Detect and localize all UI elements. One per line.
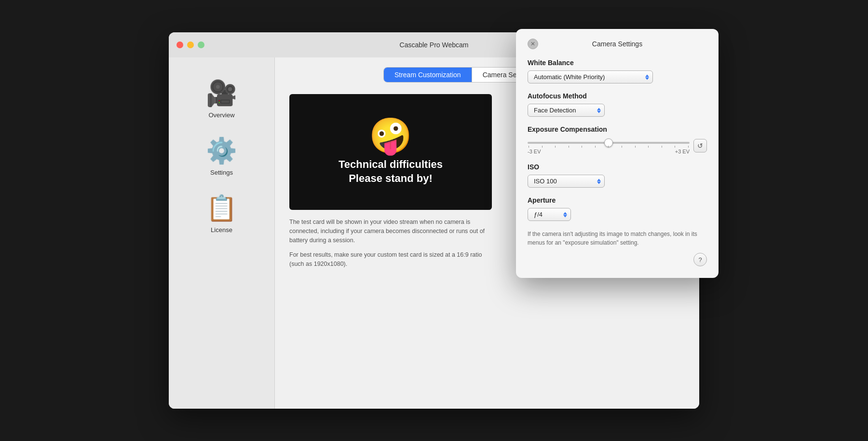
tick (595, 146, 596, 148)
white-balance-select[interactable]: Automatic (White Priority) Automatic Man… (528, 70, 653, 83)
footnote-text: If the camera isn't adjusting its image … (528, 230, 707, 247)
minimize-button[interactable] (187, 41, 194, 48)
sidebar-item-license-label: License (211, 226, 232, 234)
white-balance-wrapper: Automatic (White Priority) Automatic Man… (528, 70, 653, 83)
overview-icon: 🎥 (206, 78, 237, 109)
tick (622, 146, 622, 148)
close-button[interactable] (176, 41, 183, 48)
iso-label: ISO (528, 163, 707, 171)
panel-title: Camera Settings (592, 40, 642, 48)
preview-card: 🤪 Technical difficulties Please stand by… (289, 94, 492, 210)
tick (582, 146, 582, 148)
sidebar-item-overview[interactable]: 🎥 Overview (183, 72, 260, 124)
panel-close-button[interactable]: ✕ (528, 39, 538, 49)
exposure-labels: -3 EV +3 EV (528, 149, 690, 154)
settings-icon: ⚙️ (206, 135, 237, 166)
tick (542, 146, 542, 148)
aperture-section: Aperture ƒ/1.8 ƒ/2 ƒ/2.8 ƒ/4 ƒ/5.6 ƒ/8 ƒ… (528, 196, 707, 221)
tick (675, 146, 675, 148)
tick (688, 146, 689, 148)
white-balance-label: White Balance (528, 59, 707, 67)
iso-section: ISO ISO 100 ISO 200 ISO 400 ISO 800 ISO … (528, 163, 707, 188)
aperture-label: Aperture (528, 196, 707, 204)
tick (662, 146, 662, 148)
exposure-max-label: +3 EV (675, 149, 690, 154)
white-balance-section: White Balance Automatic (White Priority)… (528, 59, 707, 83)
window-controls (176, 41, 204, 48)
exposure-reset-button[interactable]: ↺ (693, 139, 707, 152)
sidebar-item-settings-label: Settings (210, 169, 233, 176)
panel-title-bar: ✕ Camera Settings (528, 39, 707, 49)
maximize-button[interactable] (198, 41, 204, 48)
exposure-min-label: -3 EV (528, 149, 541, 154)
tick (555, 146, 556, 148)
autofocus-select[interactable]: Face Detection Contrast Phase Detect Man… (528, 104, 605, 117)
sidebar-item-license[interactable]: 📋 License (183, 187, 260, 239)
autofocus-label: Autofocus Method (528, 92, 707, 100)
description-paragraph2: For best results, make sure your custom … (289, 250, 492, 269)
tick (608, 146, 609, 148)
tick (635, 146, 636, 148)
tick (529, 146, 529, 148)
license-icon: 📋 (206, 193, 237, 223)
preview-line1: Technical difficulties (339, 158, 443, 170)
autofocus-wrapper: Face Detection Contrast Phase Detect Man… (528, 104, 605, 117)
description-paragraph1: The test card will be shown in your vide… (289, 218, 492, 245)
help-button[interactable]: ? (693, 253, 707, 266)
sidebar-item-settings[interactable]: ⚙️ Settings (183, 129, 260, 182)
window-title: Cascable Pro Webcam (400, 41, 469, 49)
exposure-row: -3 EV +3 EV ↺ (528, 137, 707, 154)
aperture-select[interactable]: ƒ/1.8 ƒ/2 ƒ/2.8 ƒ/4 ƒ/5.6 ƒ/8 ƒ/11 ƒ/16 (528, 208, 571, 221)
exposure-slider[interactable] (528, 142, 690, 144)
camera-settings-panel: ✕ Camera Settings White Balance Automati… (516, 29, 719, 278)
tab-stream-customization[interactable]: Stream Customization (384, 68, 472, 82)
exposure-section: Exposure Compensation (528, 125, 707, 154)
tick (569, 146, 569, 148)
description-text: The test card will be shown in your vide… (289, 218, 492, 269)
autofocus-section: Autofocus Method Face Detection Contrast… (528, 92, 707, 117)
preview-text: Technical difficulties Please stand by! (339, 158, 443, 185)
aperture-wrapper: ƒ/1.8 ƒ/2 ƒ/2.8 ƒ/4 ƒ/5.6 ƒ/8 ƒ/11 ƒ/16 (528, 208, 571, 221)
iso-wrapper: ISO 100 ISO 200 ISO 400 ISO 800 ISO 1600… (528, 175, 605, 188)
panel-footer: ? (528, 253, 707, 266)
preview-emoji: 🤪 (369, 118, 412, 153)
tick (648, 146, 649, 148)
iso-select[interactable]: ISO 100 ISO 200 ISO 400 ISO 800 ISO 1600… (528, 175, 605, 188)
sidebar-item-overview-label: Overview (208, 111, 234, 119)
exposure-label: Exposure Compensation (528, 125, 707, 133)
exposure-slider-container: -3 EV +3 EV (528, 137, 690, 154)
preview-line2: Please stand by! (349, 172, 433, 184)
sidebar: 🎥 Overview ⚙️ Settings 📋 License (169, 57, 275, 409)
